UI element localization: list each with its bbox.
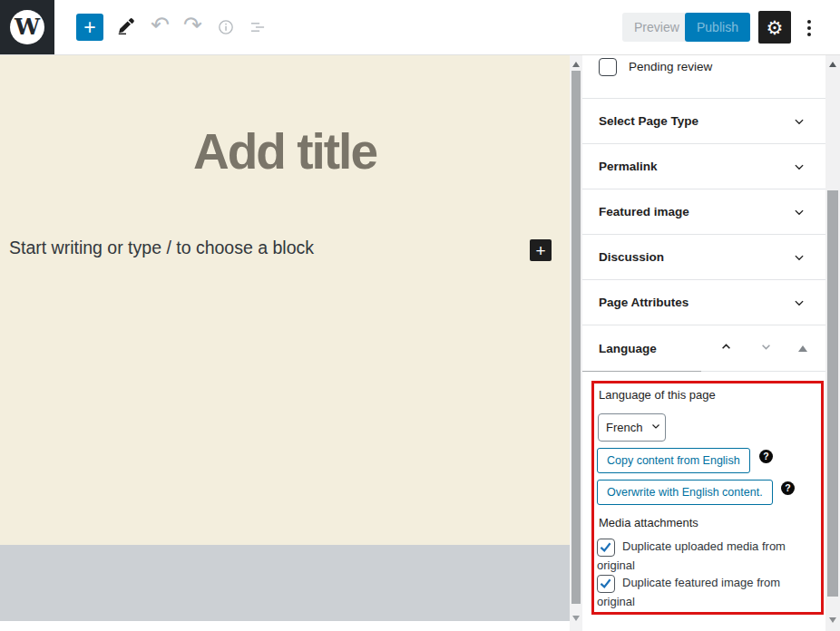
help-icon[interactable] xyxy=(759,450,773,463)
plus-icon xyxy=(535,242,545,259)
panel-discussion[interactable]: Discussion xyxy=(582,235,825,280)
divider xyxy=(582,371,825,372)
list-view-button[interactable] xyxy=(249,18,267,39)
redo-button[interactable] xyxy=(183,12,202,38)
details-button[interactable] xyxy=(217,18,235,39)
panel-permalink[interactable]: Permalink xyxy=(582,144,825,189)
language-panel-highlight: Language of this page French Copy conten… xyxy=(591,381,824,615)
duplicate-featured-image-checkbox-row[interactable]: Duplicate featured image from original xyxy=(597,574,816,611)
chevron-up-icon xyxy=(718,339,734,357)
copy-content-button[interactable]: Copy content from English xyxy=(597,448,750,473)
publish-button[interactable]: Publish xyxy=(685,13,750,42)
chevron-down-icon xyxy=(791,159,807,175)
post-body-field[interactable]: Start writing or type / to choose a bloc… xyxy=(9,238,314,258)
panel-language-header[interactable]: Language xyxy=(582,325,825,371)
sidebar-scrollbar[interactable] xyxy=(825,55,840,631)
undo-button[interactable] xyxy=(151,12,170,38)
options-menu-icon xyxy=(807,20,811,24)
post-title-field[interactable]: Add title xyxy=(0,122,570,180)
wordpress-block-editor: Preview Publish Add title Start writing … xyxy=(0,0,840,631)
preview-button[interactable]: Preview xyxy=(622,13,691,42)
chevron-down-icon xyxy=(758,339,774,357)
scroll-down-arrow-icon[interactable] xyxy=(572,616,580,621)
chevron-down-icon xyxy=(791,249,807,266)
wordpress-logo-icon xyxy=(10,10,44,44)
panel-page-attributes[interactable]: Page Attributes xyxy=(582,280,825,325)
panel-toggle-icon xyxy=(798,345,807,352)
editor-canvas: Add title Start writing or type / to cho… xyxy=(0,55,570,545)
chevron-down-icon xyxy=(791,204,807,220)
scroll-down-arrow-icon[interactable] xyxy=(829,617,836,623)
inline-block-inserter-button[interactable] xyxy=(530,239,552,261)
scrollbar-thumb[interactable] xyxy=(827,190,838,597)
settings-button[interactable] xyxy=(758,11,791,44)
checked-checkbox[interactable] xyxy=(597,575,615,593)
scroll-up-arrow-icon[interactable] xyxy=(829,62,836,67)
chevron-down-icon xyxy=(650,421,661,434)
edit-tool-button[interactable] xyxy=(116,16,136,39)
language-select[interactable]: French xyxy=(598,413,666,442)
wordpress-logo-button[interactable] xyxy=(0,0,54,54)
content-scrollbar[interactable] xyxy=(570,55,582,631)
scroll-up-arrow-icon[interactable] xyxy=(572,62,580,67)
duplicate-media-checkbox-row[interactable]: Duplicate uploaded media from original xyxy=(597,538,816,575)
chevron-down-icon xyxy=(791,295,807,311)
checked-checkbox[interactable] xyxy=(597,539,615,557)
scrollbar-thumb[interactable] xyxy=(571,71,581,604)
list-view-icon xyxy=(249,25,267,39)
language-move-up-button[interactable] xyxy=(718,339,734,357)
settings-gear-icon xyxy=(767,18,784,37)
block-inserter-button[interactable] xyxy=(76,14,103,41)
language-select-value: French xyxy=(606,421,642,434)
pending-review-label: Pending review xyxy=(629,60,712,73)
language-panel-heading: Language of this page xyxy=(599,388,716,402)
pending-review-checkbox[interactable] xyxy=(599,58,617,76)
metabox-area: Multilingual Content Setup xyxy=(0,545,570,621)
language-move-down-button[interactable] xyxy=(758,339,774,357)
panel-featured-image[interactable]: Featured image xyxy=(582,189,825,235)
media-attachments-heading: Media attachments xyxy=(599,516,698,529)
panel-select-page-type[interactable]: Select Page Type xyxy=(582,99,825,144)
block-inserter-icon xyxy=(83,17,95,38)
language-toggle-button[interactable] xyxy=(798,345,807,352)
edit-pencil-icon xyxy=(116,25,136,39)
editor-topbar: Preview Publish xyxy=(0,0,840,55)
pending-review-row[interactable]: Pending review xyxy=(582,55,825,99)
info-icon xyxy=(217,25,235,39)
chevron-down-icon xyxy=(791,113,807,130)
overwrite-content-button[interactable]: Overwrite with English content. xyxy=(597,480,773,505)
settings-sidebar: Pending review Select Page Type Permalin… xyxy=(582,55,825,631)
options-menu-button[interactable] xyxy=(801,15,817,41)
help-icon[interactable] xyxy=(781,481,795,495)
